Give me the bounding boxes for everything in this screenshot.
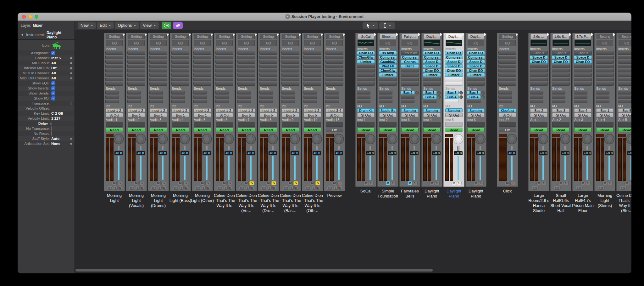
fader-track[interactable] — [391, 156, 393, 180]
fader-track[interactable] — [338, 156, 340, 180]
insert-slot[interactable]: Chan EQ — [423, 69, 441, 72]
strip-menu-arrow-icon[interactable] — [418, 33, 420, 36]
send-empty-slot[interactable] — [357, 95, 370, 99]
insert-slot[interactable] — [357, 69, 375, 72]
send-empty-slot[interactable] — [325, 95, 339, 99]
insert-slot[interactable] — [574, 64, 592, 68]
insert-slot[interactable]: GraphicQ — [379, 60, 397, 64]
send-slot[interactable] — [237, 91, 255, 94]
send-empty-slot[interactable] — [618, 95, 631, 99]
fader-track[interactable] — [250, 156, 252, 180]
parameter-value[interactable]: All — [51, 61, 69, 65]
insert-slot[interactable] — [171, 73, 189, 77]
channel-strip[interactable]: SettingEQInsertsSendsI/OBus 5St OutAux 5… — [616, 33, 631, 191]
send-slot[interactable] — [171, 100, 189, 103]
send-empty-slot[interactable] — [379, 100, 392, 103]
automation-mode-button[interactable]: Read — [128, 128, 145, 132]
parameter-value[interactable]: 1 127 — [51, 117, 69, 120]
send-slot[interactable] — [530, 91, 548, 94]
channel-strip[interactable]: 1.6s S…InsertsChorusSpace DChan EQSendsI… — [550, 33, 571, 191]
insert-slot[interactable] — [618, 69, 631, 72]
parameter-checkbox[interactable] — [51, 131, 52, 136]
record-enable-button[interactable]: R — [140, 186, 144, 190]
stereo-format-button[interactable] — [305, 186, 311, 190]
send-slot[interactable] — [171, 95, 189, 99]
send-bus-chip[interactable]: Bus 3 — [467, 91, 481, 94]
send-slot[interactable] — [259, 91, 277, 94]
channel-strip[interactable]: SettingEQInsertsSendsI/OInput 1-2Bus 1Au… — [170, 33, 191, 191]
mute-button[interactable]: M — [310, 181, 315, 185]
input-button[interactable]: Sampler — [467, 108, 485, 112]
output-button[interactable]: Bus 5 — [282, 113, 299, 117]
insert-slot[interactable] — [149, 55, 167, 59]
solo-button[interactable]: S — [139, 181, 144, 185]
send-bus-chip[interactable]: Bus 4 — [423, 95, 437, 99]
fader-handle[interactable] — [162, 146, 164, 151]
solo-button[interactable]: S — [227, 181, 232, 185]
setting-button[interactable]: Fairyt… — [402, 34, 418, 39]
channel-strip[interactable]: SoCalInsertsChan EQChrmGlwLimiterSendsI/… — [355, 33, 376, 187]
send-level-knob[interactable] — [459, 91, 463, 94]
channel-strip[interactable]: SettingEQInsertsSendsI/OInput 1-2Bus 1Au… — [126, 33, 147, 191]
pan-knob[interactable] — [365, 134, 375, 144]
send-slot[interactable] — [530, 100, 548, 103]
send-empty-slot[interactable] — [445, 100, 458, 103]
insert-slot[interactable] — [401, 82, 419, 86]
send-slot[interactable] — [618, 100, 631, 103]
insert-slot[interactable] — [259, 69, 277, 72]
send-slot[interactable] — [127, 95, 145, 99]
strip-menu-arrow-icon[interactable] — [569, 33, 571, 36]
send-slot[interactable] — [215, 100, 233, 103]
send-empty-slot[interactable] — [105, 95, 119, 99]
stereo-format-button[interactable] — [619, 186, 627, 190]
insert-slot[interactable] — [325, 64, 343, 68]
automation-mode-button[interactable]: Read — [379, 128, 397, 132]
pan-knob[interactable] — [202, 134, 212, 144]
send-empty-slot[interactable] — [281, 91, 295, 94]
fader-track[interactable] — [272, 156, 274, 180]
channel-strip[interactable]: SettingEQInsertsSendsI/OInput 1-2St OutA… — [104, 33, 125, 191]
insert-slot[interactable] — [171, 82, 189, 86]
send-empty-slot[interactable] — [281, 100, 295, 103]
insert-slot[interactable]: Space D — [530, 55, 548, 59]
automation-mode-button[interactable]: Read — [150, 128, 167, 132]
channel-strip[interactable]: SettingEQInsertsSendsI/OInput 1-2Bus 1Au… — [148, 33, 169, 191]
send-empty-slot[interactable] — [467, 100, 480, 103]
insert-slot[interactable] — [498, 73, 516, 77]
insert-slot[interactable] — [149, 64, 167, 68]
send-empty-slot[interactable] — [127, 91, 141, 94]
mute-button[interactable]: M — [625, 181, 629, 185]
stereo-format-button[interactable] — [217, 186, 223, 190]
send-slot[interactable] — [379, 95, 397, 99]
send-slot[interactable] — [423, 100, 441, 103]
insert-slot[interactable]: Chan EQ — [552, 60, 570, 64]
insert-slot[interactable] — [467, 77, 485, 81]
disclosure-triangle-icon[interactable]: ▼ — [21, 33, 24, 37]
strip-menu-arrow-icon[interactable] — [462, 33, 464, 36]
pointer-tool-button[interactable] — [363, 22, 378, 29]
insert-slot[interactable]: ChrmGlw — [379, 69, 397, 72]
insert-slot[interactable] — [498, 82, 516, 86]
eq-thumbnail[interactable] — [424, 40, 440, 46]
pan-knob[interactable] — [268, 134, 278, 144]
fader-track[interactable] — [458, 156, 459, 180]
eq-button[interactable]: EQ — [468, 40, 484, 46]
send-slot[interactable] — [574, 95, 592, 99]
group-slot[interactable] — [238, 122, 255, 127]
fader-track[interactable] — [316, 156, 318, 180]
insert-slot[interactable] — [401, 73, 419, 77]
insert-slot[interactable]: Space D — [467, 64, 485, 68]
send-empty-slot[interactable] — [574, 100, 587, 103]
new-menu-button[interactable]: New — [78, 22, 96, 29]
insert-slot[interactable]: Phat FX — [379, 64, 397, 68]
insert-slot[interactable] — [237, 60, 255, 64]
output-button[interactable]: Bus 5 — [260, 113, 277, 117]
mute-button[interactable]: M — [244, 181, 249, 185]
automation-mode-button[interactable]: Read — [282, 128, 299, 132]
input-button[interactable]: Sampler — [423, 108, 441, 112]
pan-knob[interactable] — [136, 134, 146, 144]
strip-menu-arrow-icon[interactable] — [396, 33, 398, 36]
fader-handle[interactable] — [391, 146, 393, 151]
send-empty-slot[interactable] — [171, 95, 185, 99]
input-monitor-button[interactable]: I — [268, 186, 272, 190]
